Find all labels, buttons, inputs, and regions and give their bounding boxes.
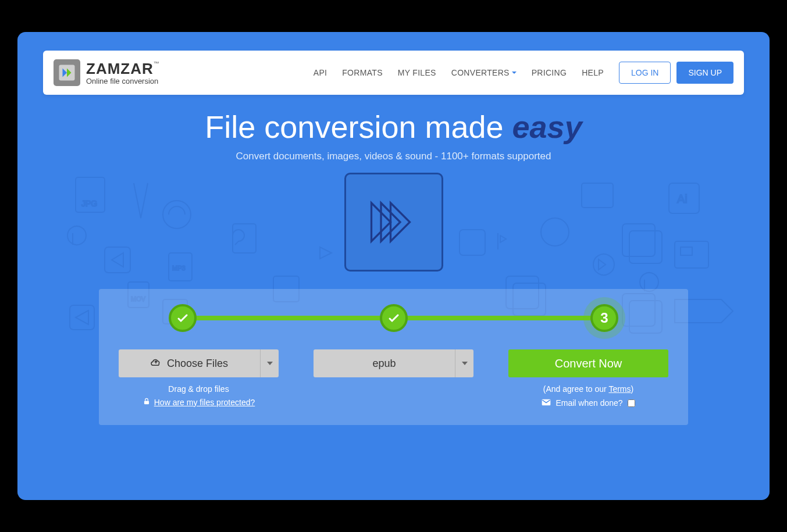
nav-pricing[interactable]: PRICING [532,68,567,77]
nav-api[interactable]: API [314,68,327,77]
agree-suffix: ) [631,384,634,394]
email-when-done-checkbox[interactable] [628,399,635,407]
lock-icon [143,397,151,407]
format-selected-label: epub [372,358,396,370]
choose-files-dropdown[interactable] [260,349,279,377]
choose-files-button[interactable]: Choose Files [119,349,279,377]
brand-text: ZAMZAR™ Online file conversion [86,61,160,85]
mail-icon [542,398,551,408]
step-2-done [380,304,408,332]
tm: ™ [154,60,160,67]
caret-down-icon [267,362,273,365]
convert-now-button[interactable]: Convert Now [508,349,668,377]
logo-icon [54,59,80,86]
caret-down-icon [512,72,517,74]
hero-title-text: File conversion made [205,109,512,144]
nav-converters-label: CONVERTERS [451,68,510,77]
format-select[interactable]: epub [314,349,473,377]
terms-link[interactable]: Terms [608,384,631,394]
nav-help[interactable]: HELP [582,68,604,77]
caret-down-icon [462,362,468,365]
format-dropdown[interactable] [455,349,473,377]
nav-converters[interactable]: CONVERTERS [451,68,517,77]
step-indicator: 3 [183,304,604,332]
email-when-done-label: Email when done? [555,398,622,408]
step-1-done [169,304,197,332]
choose-files-label: Choose Files [167,358,228,370]
login-button[interactable]: LOG IN [619,62,671,84]
files-protected-link[interactable]: How are my files protected? [154,398,255,407]
hero-title: File conversion made easy [17,109,770,145]
terms-note: (And agree to our Terms) [543,384,633,394]
nav-myfiles[interactable]: MY FILES [398,68,436,77]
step-3-active: 3 [590,304,618,332]
hero-subtitle: Convert documents, images, videos & soun… [17,151,770,162]
logo[interactable]: ZAMZAR™ Online file conversion [54,59,160,86]
hero: File conversion made easy Convert docume… [17,109,770,272]
brand-tagline: Online file conversion [86,77,160,85]
svg-rect-26 [144,401,149,404]
hero-title-emphasis: easy [512,109,582,144]
convert-panel: 3 Choose Files Drag & drop files How are… [99,289,688,425]
hero-logo-icon [344,173,443,272]
agree-prefix: (And agree to our [543,384,609,394]
nav-formats[interactable]: FORMATS [342,68,383,77]
cloud-upload-icon [151,357,161,370]
app-window: JPG MOV Ai MP3 [17,32,770,500]
brand-name: ZAMZAR [86,60,154,77]
nav-links: API FORMATS MY FILES CONVERTERS PRICING … [314,68,604,77]
drag-drop-hint: Drag & drop files [168,384,229,394]
svg-rect-6 [70,305,94,330]
actions-row: Choose Files Drag & drop files How are m… [119,349,668,408]
signup-button[interactable]: SIGN UP [676,62,733,84]
navbar: ZAMZAR™ Online file conversion API FORMA… [43,51,744,95]
